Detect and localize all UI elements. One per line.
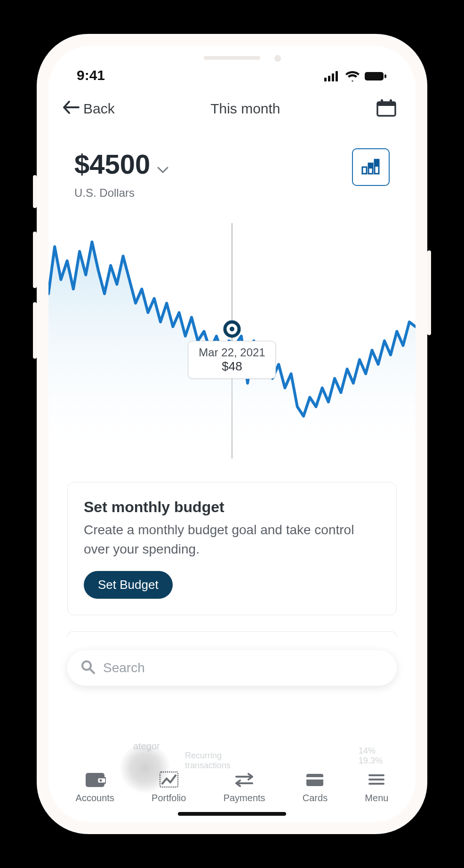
- tooltip-date: Mar 22, 2021: [199, 346, 265, 359]
- wifi-icon: [345, 71, 360, 83]
- battery-icon: [365, 71, 387, 83]
- nav-payments[interactable]: Payments: [224, 770, 265, 804]
- svg-rect-9: [390, 99, 392, 104]
- arrow-left-icon: [63, 100, 80, 118]
- search-bar[interactable]: [67, 650, 397, 686]
- svg-rect-14: [375, 160, 379, 167]
- budget-card-title: Set monthly budget: [84, 498, 380, 516]
- nav-label: Accounts: [76, 793, 114, 804]
- svg-point-22: [99, 780, 102, 782]
- page-title: This month: [210, 101, 280, 117]
- svg-line-19: [90, 669, 94, 673]
- search-icon: [80, 659, 96, 676]
- svg-rect-24: [306, 774, 323, 786]
- wallet-icon: [84, 770, 106, 789]
- nav-label: Portfolio: [152, 793, 186, 804]
- chevron-down-icon: [157, 148, 169, 180]
- svg-rect-10: [362, 167, 367, 174]
- nav-label: Cards: [303, 793, 328, 804]
- budget-card: Set monthly budget Create a monthly budg…: [67, 482, 397, 615]
- balance-currency: U.S. Dollars: [74, 186, 169, 200]
- svg-point-17: [230, 327, 234, 331]
- budget-card-description: Create a monthly budget goal and take co…: [84, 521, 380, 559]
- svg-rect-3: [336, 71, 338, 81]
- svg-rect-23: [160, 772, 178, 787]
- nav-accounts[interactable]: Accounts: [76, 770, 114, 804]
- nav-label: Payments: [224, 793, 265, 804]
- nav-cards[interactable]: Cards: [303, 770, 328, 804]
- svg-rect-4: [365, 72, 384, 80]
- status-icons: [324, 71, 387, 83]
- portfolio-icon: [158, 770, 180, 789]
- svg-rect-7: [377, 102, 395, 106]
- card-icon: [304, 770, 326, 789]
- header: Back This month: [48, 88, 416, 129]
- svg-rect-25: [306, 777, 323, 780]
- home-indicator: [178, 812, 286, 816]
- nav-label: Menu: [365, 793, 388, 804]
- balance-dropdown[interactable]: $4500: [74, 148, 169, 180]
- bottom-nav: ategor Recurringtransactions 14%19.3% Ac…: [48, 760, 416, 822]
- transfer-icon: [233, 770, 255, 789]
- svg-rect-1: [328, 76, 330, 81]
- next-card-peek: [67, 631, 397, 637]
- status-bar: 9:41: [48, 46, 416, 88]
- nav-portfolio[interactable]: Portfolio: [152, 770, 186, 804]
- back-label: Back: [83, 101, 115, 117]
- svg-rect-5: [384, 74, 386, 78]
- svg-rect-8: [381, 99, 383, 104]
- status-time: 9:41: [77, 67, 105, 83]
- tooltip-value: $48: [199, 359, 265, 374]
- balance-section: $4500 U.S. Dollars: [48, 129, 416, 200]
- chart-tooltip: Mar 22, 2021 $48: [188, 341, 276, 379]
- balance-amount: $4500: [74, 148, 150, 180]
- chart-type-toggle[interactable]: [352, 148, 390, 186]
- menu-icon: [366, 770, 387, 789]
- calendar-button[interactable]: [376, 98, 397, 119]
- set-budget-button[interactable]: Set Budget: [84, 571, 173, 599]
- search-input[interactable]: [103, 660, 384, 675]
- balance-chart[interactable]: Mar 22, 2021 $48: [48, 214, 416, 468]
- nav-menu[interactable]: Menu: [365, 770, 388, 804]
- svg-rect-0: [324, 78, 327, 81]
- calendar-icon: [376, 111, 397, 119]
- back-button[interactable]: Back: [63, 100, 115, 118]
- cellular-icon: [324, 71, 340, 83]
- svg-rect-2: [332, 73, 334, 81]
- svg-rect-12: [368, 163, 373, 169]
- bar-chart-icon: [360, 158, 381, 177]
